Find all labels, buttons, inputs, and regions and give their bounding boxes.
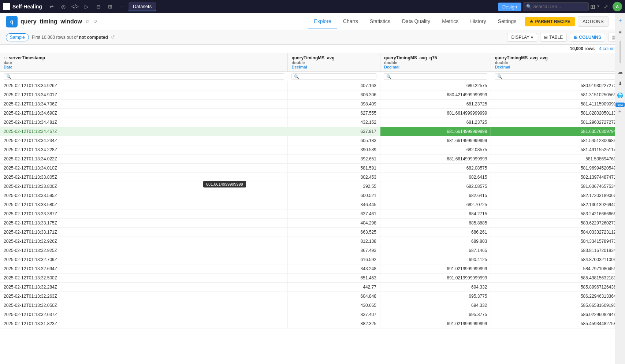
col-header-serverTimestamp[interactable]: ↑↓ serverTimestamp date Date: [0, 53, 288, 72]
cell-value: 581.8280205011389: [491, 109, 625, 118]
table-row: 2025-02-12T01:13:32.925Z367.493687.14655…: [0, 246, 625, 255]
cell-value: 600.521: [288, 191, 380, 200]
search-input[interactable]: [533, 4, 584, 9]
cell-timestamp: 2025-02-12T01:13:34.010Z: [0, 164, 288, 173]
rs-cloud-icon[interactable]: ☁: [616, 67, 625, 76]
rs-new-badge: New: [615, 103, 624, 107]
table-row: 2025-02-12T01:13:32.050Z430.665694.33258…: [0, 301, 625, 310]
datasets-button[interactable]: Datasets: [129, 2, 156, 11]
search-col-q75[interactable]: [384, 73, 487, 80]
col-type-queryTimingMS-avg-q75: double: [384, 60, 487, 65]
table-row: 2025-02-12T01:13:34.228Z390.589682.08575…: [0, 145, 625, 155]
rs-plus-bottom-icon[interactable]: ＋: [615, 107, 624, 116]
share-icon[interactable]: ⇌: [46, 1, 57, 12]
dataset-bar: q query_timing_window ⧉ ↺ Explore Charts…: [0, 13, 625, 30]
apps-icon[interactable]: ⊞: [590, 3, 595, 10]
cell-value: 882.325: [288, 319, 380, 328]
table-row: 2025-02-12T01:13:34.467Z637.917681.66149…: [0, 127, 625, 136]
cell-timestamp: 2025-02-12T01:13:32.926Z: [0, 237, 288, 246]
table-row: 2025-02-12T01:13:32.709Z616.592690.41255…: [0, 255, 625, 264]
table-row: 2025-02-12T01:13:32.500Z651.453691.02199…: [0, 274, 625, 283]
settings-icon[interactable]: ◎: [58, 1, 68, 12]
tab-metrics[interactable]: Metrics: [436, 14, 464, 29]
cell-timestamp: 2025-02-12T01:13:32.050Z: [0, 301, 288, 310]
search-box[interactable]: 🔍: [523, 2, 589, 11]
cell-value: 606.306: [288, 90, 380, 100]
cell-value: 682.08575: [380, 145, 491, 155]
more-icon[interactable]: ···: [117, 1, 127, 12]
toolbar: Sample First 10,000 rows out of not comp…: [0, 30, 625, 45]
sample-button[interactable]: Sample: [6, 33, 29, 41]
table-row: 2025-02-12T01:13:32.263Z604.848695.37755…: [0, 292, 625, 301]
cell-value: 682.08575: [380, 164, 491, 173]
columns-button[interactable]: ⊞ COLUMNS: [570, 33, 605, 42]
tab-charts[interactable]: Charts: [337, 14, 364, 29]
search-col-avg[interactable]: [291, 73, 376, 80]
tab-explore[interactable]: Explore: [308, 14, 337, 29]
cell-value: 346.445: [288, 200, 380, 209]
col-header-queryTimingMS-avg-avg[interactable]: queryTimingMS_avg_avg double Decimal: [491, 53, 625, 72]
refresh-data-icon[interactable]: ↺: [111, 34, 115, 40]
cell-timestamp: 2025-02-12T01:13:32.284Z: [0, 283, 288, 292]
cell-value: 584.797108045977: [491, 264, 625, 274]
external-link-icon[interactable]: ⤢: [601, 1, 611, 12]
col-header-queryTimingMS-avg-q75[interactable]: queryTimingMS_avg_q75 double Decimal: [380, 53, 491, 72]
search-col-avg-avg[interactable]: [495, 73, 621, 80]
cell-value: 695.3775: [380, 310, 491, 319]
cell-value: 637.461: [288, 209, 380, 219]
data-icon[interactable]: ⊟: [93, 1, 104, 12]
cell-value: 691.0219999999999: [380, 264, 491, 274]
tab-statistics[interactable]: Statistics: [364, 14, 396, 29]
display-button[interactable]: DISPLAY ▾: [507, 33, 537, 42]
cell-value: 390.589: [288, 145, 380, 155]
rs-download-icon[interactable]: ⬇: [616, 79, 625, 88]
cell-value: 584.3341578947368: [491, 237, 625, 246]
row-count: 10,000 rows: [570, 46, 595, 51]
parent-recipe-button[interactable]: ★ PARENT RECIPE: [525, 17, 574, 26]
help-icon[interactable]: ?: [596, 4, 599, 10]
table-button[interactable]: ⊟ TABLE: [540, 33, 567, 42]
column-search-row: [0, 72, 625, 82]
tab-data-quality[interactable]: Data Quality: [396, 14, 436, 29]
design-button[interactable]: Design: [498, 3, 521, 11]
table-icon-btn: ⊟: [544, 35, 548, 40]
tab-history[interactable]: History: [464, 14, 492, 29]
table-row: 2025-02-12T01:13:33.805Z802.453682.64155…: [0, 173, 625, 182]
play-icon[interactable]: ▷: [82, 1, 92, 12]
cell-value: 432.152: [288, 118, 380, 127]
table-row: 2025-02-12T01:13:33.800Z392.55682.085755…: [0, 182, 625, 191]
cell-value: 637.917: [288, 127, 380, 136]
refresh-icon[interactable]: ↺: [93, 18, 98, 25]
tab-settings[interactable]: Settings: [492, 14, 522, 29]
rs-table-icon[interactable]: ≡: [616, 28, 625, 37]
rs-globe-icon[interactable]: 🌐: [616, 91, 625, 100]
cell-value: 404.298: [288, 219, 380, 228]
col-subtype-queryTimingMS-avg[interactable]: Decimal: [291, 65, 376, 69]
table-row: 2025-02-12T01:13:34.022Z392.651681.66149…: [0, 155, 625, 164]
col-subtype-queryTimingMS-avg-avg[interactable]: Decimal: [495, 65, 621, 69]
cell-timestamp: 2025-02-12T01:13:33.387Z: [0, 209, 288, 219]
col-header-queryTimingMS-avg[interactable]: queryTimingMS_avg double Decimal: [288, 53, 380, 72]
table-header-row: ↑↓ serverTimestamp date Date queryTiming…: [0, 53, 625, 72]
col-subtype-serverTimestamp[interactable]: Date: [4, 65, 284, 69]
rs-plus-top-icon[interactable]: ＋: [616, 16, 625, 25]
cell-value: 686.261: [380, 228, 491, 237]
scrollbar[interactable]: [620, 41, 621, 63]
table-row: 2025-02-12T01:13:33.175Z404.298685.88855…: [0, 219, 625, 228]
cell-timestamp: 2025-02-12T01:13:33.175Z: [0, 219, 288, 228]
table-row: 2025-02-12T01:13:34.010Z581.591682.08575…: [0, 164, 625, 173]
copy-icon[interactable]: ⧉: [85, 18, 90, 25]
cell-value: 392.651: [288, 155, 380, 164]
cell-value: 684.2715: [380, 209, 491, 219]
actions-button[interactable]: ACTIONS: [578, 16, 609, 27]
col-subtype-queryTimingMS-avg-q75[interactable]: Decimal: [384, 65, 487, 69]
code-icon[interactable]: </>: [70, 1, 80, 12]
avatar[interactable]: A: [613, 2, 622, 11]
app-name: Self-Healing: [12, 4, 42, 10]
cell-timestamp: 2025-02-12T01:13:34.022Z: [0, 155, 288, 164]
table-icon[interactable]: ⊞: [105, 1, 115, 12]
cell-value: 585.6658160919541: [491, 301, 625, 310]
cell-value: 687.1465: [380, 246, 491, 255]
search-col-serverTimestamp[interactable]: [4, 73, 284, 80]
cell-value: 680.4214999999999: [380, 90, 491, 100]
